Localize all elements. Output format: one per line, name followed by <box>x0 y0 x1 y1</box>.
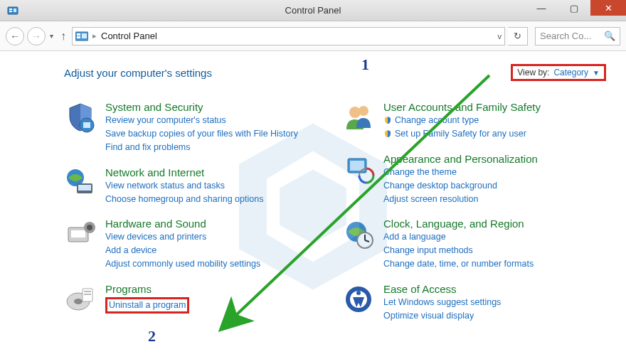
svg-rect-1 <box>9 9 12 10</box>
svg-rect-3 <box>14 9 16 12</box>
search-input[interactable]: Search Co... 🔍 <box>535 27 620 46</box>
svg-rect-7 <box>82 33 87 38</box>
category-hardware-sound: Hardware and Sound View devices and prin… <box>64 218 328 270</box>
control-panel-titlebar-icon <box>7 5 18 16</box>
breadcrumb-chevron-icon[interactable]: ▸ <box>92 31 97 41</box>
close-button[interactable]: ✕ <box>590 0 626 16</box>
task-link[interactable]: Change account type <box>383 114 541 127</box>
clock-language-icon <box>342 218 375 250</box>
task-link[interactable]: Find and fix problems <box>105 141 298 154</box>
programs-icon <box>64 283 97 316</box>
window-buttons: — ▢ ✕ <box>525 0 626 16</box>
page-heading: Adjust your computer's settings <box>64 67 212 79</box>
category-title[interactable]: Appearance and Personalization <box>383 153 538 165</box>
svg-rect-12 <box>83 122 90 128</box>
category-title[interactable]: System and Security <box>105 101 298 113</box>
svg-point-26 <box>359 106 368 116</box>
category-title[interactable]: Network and Internet <box>105 166 263 178</box>
svg-rect-5 <box>77 33 80 36</box>
svg-rect-2 <box>9 11 12 12</box>
task-link[interactable]: Change desktop background <box>383 180 538 192</box>
control-panel-address-icon <box>75 31 88 41</box>
uac-shield-icon <box>383 129 392 138</box>
task-link[interactable]: View devices and printers <box>105 231 260 243</box>
task-link[interactable]: Choose homegroup and sharing options <box>105 193 263 205</box>
annotation-number-1: 1 <box>361 55 369 74</box>
task-link[interactable]: Adjust screen resolution <box>383 193 538 205</box>
task-link[interactable]: Change date, time, or number formats <box>383 258 534 270</box>
up-button[interactable]: ↑ <box>60 30 66 43</box>
category-clock-language-region: Clock, Language, and Region Add a langua… <box>342 218 606 270</box>
task-link[interactable]: Add a device <box>105 245 260 257</box>
hardware-sound-icon <box>64 218 97 250</box>
svg-point-21 <box>74 299 83 304</box>
category-user-accounts: User Accounts and Family Safety Change a… <box>342 101 606 140</box>
address-dropdown-icon[interactable]: v <box>498 32 502 41</box>
category-system-security: System and Security Review your computer… <box>64 101 328 154</box>
svg-rect-17 <box>71 230 85 237</box>
annotation-number-2: 2 <box>148 327 156 346</box>
category-title[interactable]: Ease of Access <box>383 283 501 295</box>
svg-rect-6 <box>77 36 80 38</box>
refresh-button[interactable]: ↻ <box>508 27 528 46</box>
task-link[interactable]: Review your computer's status <box>105 114 298 127</box>
system-security-icon <box>64 101 97 134</box>
svg-rect-15 <box>78 185 91 191</box>
maximize-button[interactable]: ▢ <box>558 0 590 16</box>
task-link[interactable]: Adjust commonly used mobility settings <box>105 258 260 270</box>
task-link[interactable]: Change input methods <box>383 245 534 257</box>
view-by-label: View by: <box>517 68 549 77</box>
task-link[interactable]: Let Windows suggest settings <box>383 296 501 309</box>
uac-shield-icon <box>383 116 392 124</box>
search-placeholder: Search Co... <box>540 31 591 41</box>
task-link[interactable]: View network status and tasks <box>105 180 263 192</box>
back-button[interactable]: ← <box>6 27 24 46</box>
view-by-value: Category <box>553 68 588 77</box>
view-by-selector[interactable]: View by: Category ▼ <box>511 64 606 81</box>
task-link[interactable]: Change the theme <box>383 166 538 178</box>
svg-point-36 <box>356 291 361 295</box>
task-link[interactable]: Add a language <box>383 231 534 243</box>
search-icon: 🔍 <box>604 31 615 41</box>
category-title[interactable]: Hardware and Sound <box>105 218 260 230</box>
history-dropdown-icon[interactable]: ▾ <box>50 32 53 40</box>
category-programs: Programs Uninstall a program <box>64 283 328 316</box>
minimize-button[interactable]: — <box>525 0 558 16</box>
category-title[interactable]: Programs <box>105 283 189 295</box>
titlebar: Control Panel — ▢ ✕ <box>0 0 626 21</box>
appearance-icon <box>342 153 375 186</box>
svg-rect-24 <box>84 294 91 295</box>
task-link[interactable]: Save backup copies of your files with Fi… <box>105 128 298 140</box>
task-link[interactable]: Optimize visual display <box>383 310 501 322</box>
breadcrumb-control-panel[interactable]: Control Panel <box>101 31 157 41</box>
network-internet-icon <box>64 166 97 199</box>
task-link[interactable]: Set up Family Safety for any user <box>383 128 541 140</box>
explorer-navbar: ← → ▾ ↑ ▸ Control Panel v ↻ Search Co...… <box>0 21 626 51</box>
svg-point-19 <box>87 225 92 230</box>
category-ease-of-access: Ease of Access Let Windows suggest setti… <box>342 283 606 322</box>
category-title[interactable]: User Accounts and Family Safety <box>383 101 541 113</box>
chevron-down-icon: ▼ <box>593 69 600 77</box>
ease-of-access-icon <box>342 283 375 316</box>
user-accounts-icon <box>342 101 375 134</box>
right-column: User Accounts and Family Safety Change a… <box>342 101 606 322</box>
left-column: System and Security Review your computer… <box>64 101 328 322</box>
category-network-internet: Network and Internet View network status… <box>64 166 328 205</box>
uninstall-program-highlight: Uninstall a program <box>105 297 189 314</box>
category-title[interactable]: Clock, Language, and Region <box>383 218 534 230</box>
address-bar[interactable]: ▸ Control Panel v <box>72 27 505 46</box>
forward-button[interactable]: → <box>27 27 46 46</box>
content-area: Adjust your computer's settings View by:… <box>0 51 626 364</box>
category-appearance: Appearance and Personalization Change th… <box>342 153 606 205</box>
task-link-uninstall-program[interactable]: Uninstall a program <box>109 300 186 310</box>
svg-rect-23 <box>84 291 91 292</box>
